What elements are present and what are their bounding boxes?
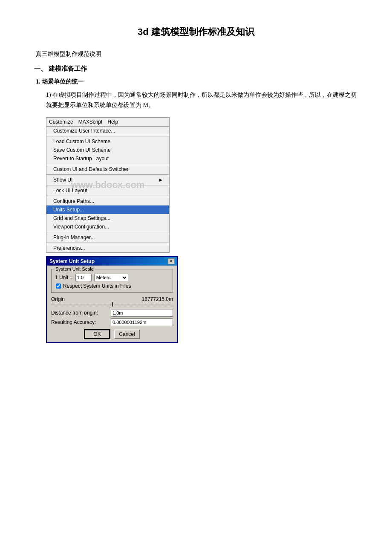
origin-row: Origin 16777215.0m [51, 296, 173, 302]
intro-text: 真三维模型制作规范说明 [36, 50, 358, 58]
page-title: 3d 建筑模型制作标准及知识 [34, 26, 358, 38]
system-unit-dialog: System Unit Setup × System Unit Scale 1 … [46, 256, 178, 343]
menu-bar-help[interactable]: Help [107, 119, 118, 125]
page: 3d 建筑模型制作标准及知识 真三维模型制作规范说明 一、 建模准备工作 1. … [0, 0, 392, 555]
menu-item-show-ui[interactable]: Show UI [46, 176, 169, 184]
separator3 [46, 174, 169, 175]
menu-item-revert[interactable]: Revert to Startup Layout [46, 154, 169, 163]
distance-input[interactable] [111, 309, 173, 317]
accuracy-row: Resulting Accuracy: [51, 318, 173, 326]
separator6 [46, 232, 169, 232]
dialog-titlebar: System Unit Setup × [47, 257, 177, 266]
distance-label: Distance from origin: [51, 310, 111, 316]
menu-bar-customize[interactable]: Customize [49, 119, 73, 125]
checkbox-label: Respect System Units in Files [63, 283, 131, 289]
menu-bar-maxscript[interactable]: MAXScript [78, 119, 103, 125]
menu-item-save-ui[interactable]: Save Custom UI Scheme [46, 146, 169, 154]
cancel-button[interactable]: Cancel [114, 330, 140, 339]
accuracy-label: Resulting Accuracy: [51, 319, 111, 325]
origin-slider[interactable] [51, 304, 173, 307]
menu-screenshot: Customize MAXScript Help Customize User … [46, 117, 170, 253]
menu-item-grid-snap[interactable]: Grid and Snap Settings... [46, 214, 169, 223]
unit-dropdown[interactable]: Meters Centimeters Millimeters Inches Fe… [94, 274, 128, 281]
paragraph1: 1) 在虚拟项目制作过程中，因为通常较大的场景同时制作，所以都是以米做为单位会较… [46, 90, 358, 110]
origin-value: 16777215.0m [142, 296, 173, 302]
origin-label: Origin [51, 296, 65, 302]
menu-item-lock-ui[interactable]: Lock UI Layout [46, 186, 169, 195]
menu-item-configure-paths[interactable]: Configure Paths... [46, 197, 169, 205]
dialog-close-button[interactable]: × [168, 258, 175, 264]
menu-item-preferences[interactable]: Preferences... [46, 244, 169, 252]
ok-button[interactable]: OK [84, 330, 110, 339]
separator7 [46, 243, 169, 243]
section1-heading: 一、 建模准备工作 [34, 65, 358, 73]
dialog-body: System Unit Scale 1 Unit = Meters Centim… [47, 266, 177, 342]
menu-item-customize-ui[interactable]: Customize User Interface... [46, 127, 169, 135]
separator5 [46, 196, 169, 196]
subsection1-heading: 1. 场景单位的统一 [36, 78, 358, 86]
unit-value-input[interactable] [75, 274, 92, 281]
menu-item-units-setup[interactable]: Units Setup... [46, 205, 169, 214]
checkbox-row: Respect System Units in Files [56, 283, 169, 289]
unit-label: 1 Unit = [55, 275, 73, 280]
separator [46, 136, 169, 136]
menu-item-viewport-config[interactable]: Viewport Configuration... [46, 223, 169, 231]
group-box-system-unit: System Unit Scale 1 Unit = Meters Centim… [51, 269, 173, 293]
menu-item-load-ui[interactable]: Load Custom UI Scheme [46, 137, 169, 146]
screenshots: Customize MAXScript Help Customize User … [46, 117, 358, 343]
separator4 [46, 185, 169, 185]
menu-item-custom-defaults[interactable]: Custom UI and Defaults Switcher [46, 165, 169, 173]
unit-row: 1 Unit = Meters Centimeters Millimeters … [55, 274, 169, 281]
accuracy-input[interactable] [111, 318, 173, 326]
dialog-buttons: OK Cancel [51, 330, 173, 339]
menu-item-plugin-manager[interactable]: Plug-in Manager... [46, 233, 169, 242]
dialog-title: System Unit Setup [49, 258, 95, 264]
respect-units-checkbox[interactable] [56, 283, 61, 289]
separator2 [46, 164, 169, 164]
distance-row: Distance from origin: [51, 309, 173, 317]
group-box-title: System Unit Scale [54, 266, 95, 272]
menu-bar: Customize MAXScript Help [46, 118, 169, 127]
